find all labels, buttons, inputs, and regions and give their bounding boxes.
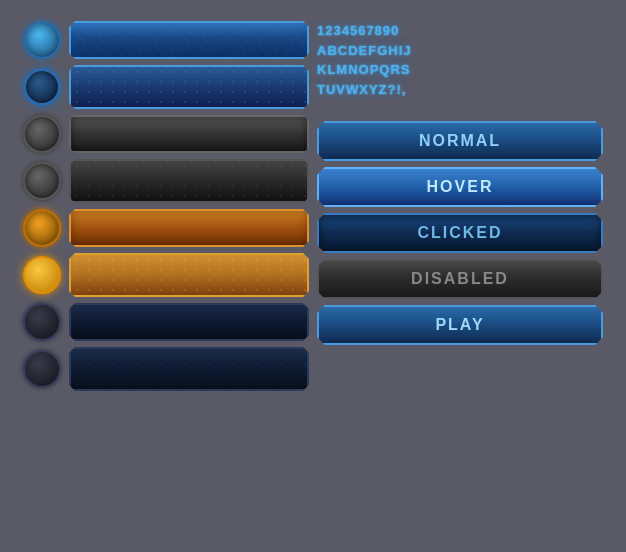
btn-state-normal[interactable]: NORMAL: [317, 121, 603, 161]
left-panel: [23, 21, 309, 531]
btn-blue-1[interactable]: [69, 21, 309, 59]
circle-gold-1[interactable]: [23, 209, 61, 247]
btn-gray-1[interactable]: [69, 115, 309, 153]
btn-blue-hex[interactable]: [69, 65, 309, 109]
circle-gray-1[interactable]: [23, 115, 61, 153]
button-row-5: [23, 209, 309, 247]
circle-blue-ring[interactable]: [23, 68, 61, 106]
circle-gray-2[interactable]: [23, 162, 61, 200]
typography-display: 1234567890 ABCDEFGHIJ KLMNOPQRS TUVWXYZ?…: [317, 21, 603, 99]
circle-gold-bright[interactable]: [23, 256, 61, 294]
button-row-7: [23, 303, 309, 341]
circle-dark-2[interactable]: [23, 350, 61, 388]
type-numbers: 1234567890: [317, 21, 603, 41]
btn-normal-label: NORMAL: [419, 132, 501, 150]
type-line1: ABCDEFGHIJ: [317, 41, 603, 61]
btn-gold-hex[interactable]: [69, 253, 309, 297]
btn-navy-hex[interactable]: [69, 347, 309, 391]
main-container: 1234567890 ABCDEFGHIJ KLMNOPQRS TUVWXYZ?…: [13, 11, 613, 541]
btn-state-hover[interactable]: HOVER: [317, 167, 603, 207]
btn-state-clicked[interactable]: CLICKED: [317, 213, 603, 253]
button-row-8: [23, 347, 309, 391]
type-line2: KLMNOPQRS: [317, 60, 603, 80]
btn-navy-1[interactable]: [69, 303, 309, 341]
btn-gold-1[interactable]: [69, 209, 309, 247]
btn-gray-hex[interactable]: [69, 159, 309, 203]
button-row-1: [23, 21, 309, 59]
type-line3: TUVWXYZ?!,: [317, 80, 603, 100]
right-panel: 1234567890 ABCDEFGHIJ KLMNOPQRS TUVWXYZ?…: [317, 21, 603, 531]
circle-blue-1[interactable]: [23, 21, 61, 59]
spacer: [317, 105, 603, 115]
btn-state-play[interactable]: PLAY: [317, 305, 603, 345]
button-row-2: [23, 65, 309, 109]
btn-hover-label: HOVER: [427, 178, 494, 196]
button-row-4: [23, 159, 309, 203]
btn-disabled-label: DISABLED: [411, 270, 509, 288]
btn-play-label: PLAY: [435, 316, 484, 334]
btn-clicked-label: CLICKED: [417, 224, 502, 242]
circle-dark-1[interactable]: [23, 303, 61, 341]
btn-state-disabled: DISABLED: [317, 259, 603, 299]
button-row-3: [23, 115, 309, 153]
button-row-6: [23, 253, 309, 297]
